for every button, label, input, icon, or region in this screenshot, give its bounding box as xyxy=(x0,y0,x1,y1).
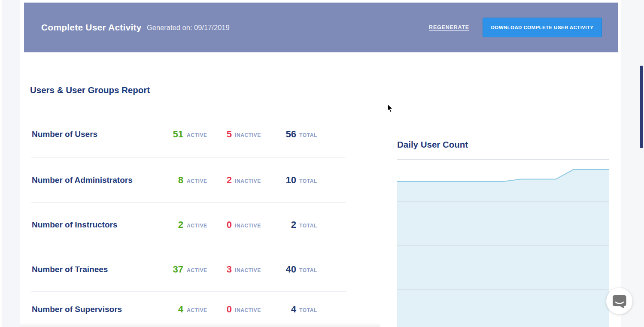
total-label: TOTAL xyxy=(299,267,317,273)
generated-on-text: Generated on: 09/17/2019 xyxy=(147,24,230,32)
inactive-count: 2 xyxy=(189,175,232,186)
report-header-band: Complete User Activity Generated on: 09/… xyxy=(24,3,618,52)
page-left-gutter xyxy=(2,0,20,327)
row-label: Number of Instructors xyxy=(32,220,118,230)
vertical-scrollbar-thumb[interactable] xyxy=(640,66,643,148)
report-row-trainees: Number of Trainees 37 ACTIVE 3 INACTIVE … xyxy=(31,247,346,292)
section-title-users-groups-report: Users & User Groups Report xyxy=(30,85,150,95)
report-row-administrators: Number of Administrators 8 ACTIVE 2 INAC… xyxy=(31,158,346,203)
report-row-supervisors: Number of Supervisors 4 ACTIVE 0 INACTIV… xyxy=(31,292,346,327)
inactive-count: 3 xyxy=(189,264,232,275)
active-count: 37 xyxy=(140,264,183,275)
page-title: Complete User Activity xyxy=(41,22,142,33)
total-label: TOTAL xyxy=(299,132,317,138)
chart-area-fill xyxy=(397,170,609,327)
active-count: 4 xyxy=(140,304,183,315)
download-complete-user-activity-button[interactable]: DOWNLOAD COMPLETE USER ACTIVITY xyxy=(483,18,602,37)
total-label: TOTAL xyxy=(299,223,317,229)
active-count: 8 xyxy=(140,175,183,186)
row-label: Number of Administrators xyxy=(32,176,133,185)
chart-title-divider xyxy=(397,159,609,160)
chat-launcher-button[interactable] xyxy=(606,288,632,314)
inactive-count: 0 xyxy=(189,219,232,230)
total-label: TOTAL xyxy=(299,307,317,313)
total-count: 2 xyxy=(253,219,296,230)
active-count: 51 xyxy=(140,129,183,140)
inactive-count: 0 xyxy=(189,304,232,315)
total-count: 4 xyxy=(253,304,296,315)
total-count: 10 xyxy=(253,175,296,186)
regenerate-link[interactable]: REGENERATE xyxy=(429,24,469,30)
inactive-count: 5 xyxy=(189,129,232,140)
total-count: 40 xyxy=(253,264,296,275)
active-count: 2 xyxy=(140,219,183,230)
chat-bubble-icon xyxy=(612,294,627,308)
daily-user-count-chart xyxy=(397,163,609,327)
row-label: Number of Trainees xyxy=(32,265,108,274)
row-label: Number of Supervisors xyxy=(32,305,122,314)
report-row-instructors: Number of Instructors 2 ACTIVE 0 INACTIV… xyxy=(31,203,346,247)
total-count: 56 xyxy=(253,129,296,140)
report-row-users: Number of Users 51 ACTIVE 5 INACTIVE 56 … xyxy=(31,111,346,158)
chart-title-daily-user-count: Daily User Count xyxy=(397,139,468,150)
page-right-gutter xyxy=(621,0,644,327)
total-label: TOTAL xyxy=(299,178,317,184)
row-label: Number of Users xyxy=(32,130,97,139)
